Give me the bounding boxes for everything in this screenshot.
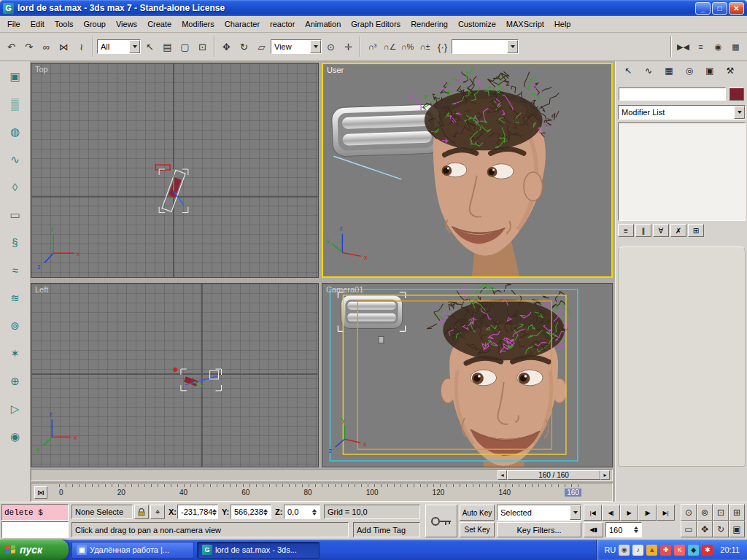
viewport-label[interactable]: Top: [35, 65, 48, 74]
tab-create[interactable]: ↖: [619, 63, 638, 78]
previous-frame-button[interactable]: ◀|: [602, 505, 620, 521]
reference-coordinate-dropdown[interactable]: View: [271, 39, 322, 54]
pan-button[interactable]: ✥: [697, 521, 713, 537]
spring-icon[interactable]: §: [4, 233, 26, 252]
mini-curve-editor-button[interactable]: ⋈: [34, 486, 47, 499]
x-coordinate-field[interactable]: -231,784: [177, 505, 218, 519]
motor-icon[interactable]: ⊚: [4, 316, 26, 335]
window-crossing-icon[interactable]: ⊡: [194, 38, 211, 55]
preview-animation-icon[interactable]: ▷: [4, 400, 26, 418]
go-to-end-button[interactable]: ▶|: [657, 505, 675, 521]
wind-icon[interactable]: ≋: [4, 289, 26, 307]
spinner-icon[interactable]: [634, 524, 638, 535]
tray-volume-icon[interactable]: ♪: [632, 545, 643, 556]
soft-body-collection-icon[interactable]: ◍: [4, 122, 26, 141]
toy-car-icon[interactable]: ⊕: [4, 372, 26, 390]
y-coordinate-field[interactable]: 566,238: [231, 505, 271, 519]
viewport-user[interactable]: User: [322, 63, 613, 278]
select-and-manipulate-icon[interactable]: ✛: [340, 38, 357, 55]
undo-icon[interactable]: ↶: [3, 38, 20, 55]
menu-item[interactable]: Graph Editors: [346, 17, 406, 31]
title-bar[interactable]: G lord de sat.max - 3ds max 7 - Stand-al…: [0, 0, 747, 16]
key-filters-button[interactable]: Key Filters...: [497, 522, 581, 537]
time-slider-prev-arrow[interactable]: ◂: [498, 470, 507, 480]
key-mode-toggle-button[interactable]: ◀▮: [584, 522, 603, 537]
set-key-mode-button[interactable]: [425, 505, 457, 537]
next-frame-button[interactable]: |▶: [638, 505, 657, 521]
angle-snap-icon[interactable]: ∩∠: [382, 38, 398, 55]
tray-icon-antivirus[interactable]: ✚: [660, 545, 671, 556]
close-button[interactable]: ✕: [729, 2, 744, 15]
rigid-body-collection-icon[interactable]: ▣: [4, 67, 26, 85]
select-by-name-icon[interactable]: ▤: [159, 38, 176, 55]
named-selection-sets-icon[interactable]: {·}: [434, 38, 451, 55]
select-and-link-icon[interactable]: ∞: [38, 38, 55, 55]
menu-item[interactable]: Group: [78, 17, 111, 31]
selection-lock-button[interactable]: [134, 505, 149, 519]
zoom-button[interactable]: ⊙: [681, 504, 697, 521]
maxscript-mini-listener-macro[interactable]: delete $: [1, 504, 69, 521]
spinner-icon[interactable]: [263, 507, 268, 518]
viewport-left[interactable]: Left x z y: [31, 283, 319, 467]
tab-hierarchy[interactable]: ▦: [659, 63, 678, 78]
align-icon[interactable]: ≡: [692, 38, 709, 55]
modifier-stack-list[interactable]: [618, 122, 746, 221]
plane-icon[interactable]: ▭: [4, 206, 26, 224]
tray-icon-monitor[interactable]: ◉: [619, 545, 630, 556]
tab-display[interactable]: ▣: [700, 63, 719, 78]
chevron-down-icon[interactable]: [129, 40, 140, 53]
configure-modifier-sets-button[interactable]: ⊞: [688, 224, 704, 237]
menu-item[interactable]: Customize: [453, 17, 501, 31]
go-to-start-button[interactable]: |◀: [584, 505, 602, 521]
water-icon[interactable]: ≈: [4, 261, 26, 279]
spinner-icon[interactable]: [212, 507, 217, 518]
menu-item[interactable]: Help: [549, 17, 576, 31]
menu-item[interactable]: reactor: [265, 17, 300, 31]
zoom-extents-button[interactable]: ⊡: [713, 504, 729, 521]
show-end-result-button[interactable]: ∥: [635, 224, 651, 237]
percent-snap-icon[interactable]: ∩%: [399, 38, 416, 55]
taskbar-task-3dsmax[interactable]: G lord de sat.max - 3ds...: [197, 542, 320, 559]
menu-item[interactable]: Tools: [50, 17, 79, 31]
remove-modifier-button[interactable]: ✗: [670, 224, 686, 237]
spinner-icon[interactable]: [312, 507, 317, 518]
menu-item[interactable]: Views: [111, 17, 142, 31]
time-slider-track[interactable]: ◂ 160 / 160 ▸: [31, 469, 613, 481]
modifier-list-dropdown[interactable]: Modifier List: [618, 105, 746, 120]
cloth-collection-icon[interactable]: ▒: [4, 95, 26, 113]
unlink-selection-icon[interactable]: ⋈: [55, 38, 72, 55]
track-bar[interactable]: ⋈ 020406080100120140160: [31, 483, 613, 502]
menu-item[interactable]: Character: [220, 17, 265, 31]
menu-item[interactable]: Animation: [300, 17, 346, 31]
select-and-move-icon[interactable]: ✥: [218, 38, 235, 55]
tray-icon-kaspersky[interactable]: K: [674, 545, 685, 556]
menu-item[interactable]: MAXScript: [501, 17, 549, 31]
chevron-down-icon[interactable]: [570, 505, 581, 520]
tab-motion[interactable]: ◎: [680, 63, 699, 78]
rect-selection-region-icon[interactable]: ▢: [177, 38, 193, 55]
absolute-mode-toggle-button[interactable]: ⌖: [150, 505, 165, 519]
time-slider-next-arrow[interactable]: ▸: [600, 470, 610, 480]
deforming-mesh-collection-icon[interactable]: ◊: [4, 178, 26, 196]
fracture-icon[interactable]: ✶: [4, 344, 26, 362]
create-animation-icon[interactable]: ◉: [4, 427, 26, 446]
select-object-icon[interactable]: ↖: [142, 38, 158, 55]
current-frame-field[interactable]: 160: [605, 522, 642, 537]
make-unique-button[interactable]: ∀: [653, 224, 669, 237]
tab-utilities[interactable]: ⚒: [721, 63, 740, 78]
tray-icon-network[interactable]: ◆: [688, 545, 699, 556]
chevron-down-icon[interactable]: [507, 40, 518, 53]
set-key-button[interactable]: Set Key: [460, 522, 495, 537]
z-coordinate-field[interactable]: 0,0: [284, 505, 320, 519]
time-slider-handle[interactable]: 160 / 160: [507, 470, 600, 480]
minimize-button[interactable]: _: [695, 2, 711, 15]
menu-item[interactable]: Rendering: [406, 17, 453, 31]
menu-item[interactable]: Create: [142, 17, 177, 31]
chevron-down-icon[interactable]: [734, 106, 745, 119]
bind-to-spacewarp-icon[interactable]: ≀: [73, 38, 90, 55]
snap-toggle-3d-icon[interactable]: ∩³: [364, 38, 381, 55]
start-button[interactable]: пуск: [0, 540, 69, 560]
add-time-tag-button[interactable]: Add Time Tag: [353, 522, 420, 537]
viewport-top[interactable]: Top x y: [31, 63, 319, 278]
object-name-field[interactable]: [619, 88, 726, 101]
